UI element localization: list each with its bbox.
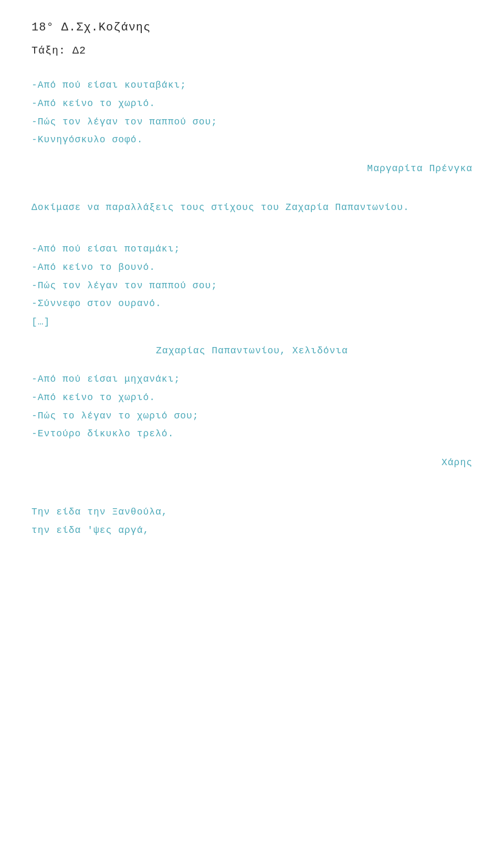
section2-line5: […]	[32, 314, 472, 330]
section1-line3: -Πώς τον λέγαν τον παππού σου;	[32, 114, 472, 130]
section2-attribution: Ζαχαρίας Παπαντωνίου, Χελιδόνια	[32, 345, 472, 356]
section3-line3: -Πώς το λέγαν το χωριό σου;	[32, 408, 472, 424]
section3-line1: -Από πού είσαι μηχανάκι;	[32, 372, 472, 387]
section1-line4: -Κυνηγόσκυλο σοφό.	[32, 132, 472, 148]
section3: -Από πού είσαι μηχανάκι; -Από κείνο το χ…	[32, 372, 472, 442]
section1-attribution: Μαργαρίτα Πρένγκα	[32, 163, 472, 174]
page-subtitle: Τάξη: Δ2	[32, 45, 472, 57]
section4: Την είδα την Ξανθούλα, την είδα 'ψες αργ…	[32, 505, 472, 538]
section2-line1: -Από πού είσαι ποταμάκι;	[32, 242, 472, 257]
section1-line1: -Από πού είσαι κουταβάκι;	[32, 78, 472, 93]
section4-line2: την είδα 'ψες αργά,	[32, 523, 472, 538]
section1: -Από πού είσαι κουταβάκι; -Από κείνο το …	[32, 78, 472, 148]
section2: -Από πού είσαι ποταμάκι; -Από κείνο το β…	[32, 242, 472, 330]
section2-line2: -Από κείνο το βουνό.	[32, 260, 472, 275]
section2-line4: -Σύννεφο στον ουρανό.	[32, 296, 472, 311]
intro-text: Δοκίμασε να παραλλάξεις τους στίχους του…	[32, 200, 472, 215]
page-title: 18° Δ.Σχ.Κοζάνης	[32, 21, 472, 34]
section3-line4: -Εντούρο δίκυκλο τρελό.	[32, 426, 472, 442]
section4-line1: Την είδα την Ξανθούλα,	[32, 505, 472, 520]
section2-intro: Δοκίμασε να παραλλάξεις τους στίχους του…	[32, 200, 472, 215]
section1-line2: -Από κείνο το χωριό.	[32, 96, 472, 111]
section3-attribution: Χάρης	[32, 457, 472, 468]
section2-line3: -Πώς τον λέγαν τον παππού σου;	[32, 278, 472, 293]
section3-line2: -Από κείνο το χωριό.	[32, 390, 472, 405]
